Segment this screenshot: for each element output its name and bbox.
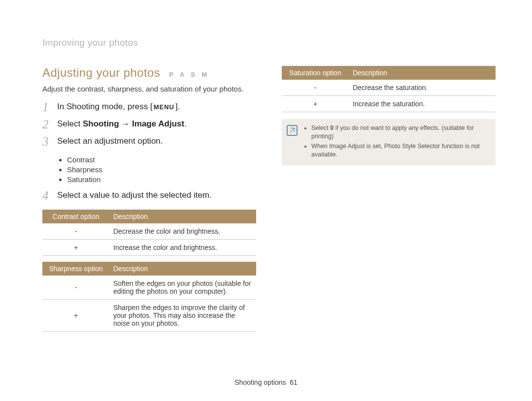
table-header-description: Description [349, 66, 496, 80]
sharpness-option-table: Sharpness option Description - Soften th… [42, 262, 256, 332]
mode-indicators: P A S M [169, 71, 209, 78]
page-title: Adjusting your photos [42, 66, 160, 80]
step-3: 3 Select an adjustment option. [42, 135, 256, 148]
left-column: Adjusting your photos P A S M Adjust the… [42, 66, 256, 338]
step-text: Select a value to adjust the selected it… [57, 189, 212, 200]
right-column: Saturation option Description - Decrease… [282, 66, 496, 338]
description-cell: Soften the edges on your photos (suitabl… [109, 276, 256, 300]
table-row: + Increase the color and brightness. [42, 240, 256, 256]
steps-list-continued: 4 Select a value to adjust the selected … [42, 189, 256, 202]
page-footer: Shooting options 61 [0, 378, 532, 386]
bullet-sharpness: Sharpness [67, 165, 256, 174]
step-text: Select an adjustment option. [57, 135, 163, 146]
intro-text: Adjust the contrast, sharpness, and satu… [42, 85, 256, 93]
table-header-description: Description [109, 210, 256, 223]
table-row: - Decrease the color and brightness. [42, 223, 256, 240]
note-item: Select 0 if you do not want to apply any… [311, 124, 489, 141]
table-header-description: Description [109, 262, 256, 276]
step-2: 2 Select Shooting → Image Adjust. [42, 118, 256, 130]
step-number: 4 [42, 189, 57, 202]
step-text-post: ]. [175, 102, 180, 111]
step-text: In Shooting mode, press [MENU]. [57, 101, 180, 112]
step-1: 1 In Shooting mode, press [MENU]. [42, 101, 256, 113]
saturation-option-table: Saturation option Description - Decrease… [282, 66, 496, 112]
note-icon [287, 125, 298, 136]
option-cell: - [282, 80, 349, 96]
option-cell: - [42, 276, 109, 300]
table-row: - Decrease the saturation. [282, 80, 496, 96]
table-header-option: Contrast option [42, 210, 109, 223]
bullet-saturation: Saturation [67, 175, 256, 184]
menu-badge: MENU [153, 103, 175, 111]
table-row: + Increase the saturation. [282, 96, 496, 112]
step-3-bullets: Contrast Sharpness Saturation [42, 155, 256, 184]
step-text: Select Shooting → Image Adjust. [57, 118, 187, 129]
breadcrumb: Improving your photos [42, 37, 496, 48]
title-row: Adjusting your photos P A S M [42, 66, 256, 80]
bullet-contrast: Contrast [67, 155, 256, 164]
step-number: 2 [42, 118, 57, 130]
description-cell: Increase the saturation. [349, 96, 496, 112]
step-number: 1 [42, 101, 57, 113]
contrast-option-table: Contrast option Description - Decrease t… [42, 210, 256, 256]
note-item: When Image Adjust is set, Photo Style Se… [311, 142, 489, 159]
manual-page: Improving your photos Adjusting your pho… [0, 0, 532, 401]
content-columns: Adjusting your photos P A S M Adjust the… [42, 66, 496, 338]
step-text-strong: Shooting → Image Adjust [83, 119, 184, 128]
table-header-option: Sharpness option [42, 262, 109, 276]
option-cell: + [42, 300, 109, 332]
option-cell: - [42, 223, 109, 240]
step-number: 3 [42, 135, 57, 148]
note-box: Select 0 if you do not want to apply any… [282, 119, 496, 165]
note-body: Select 0 if you do not want to apply any… [302, 124, 489, 160]
option-cell: + [42, 240, 109, 256]
step-4: 4 Select a value to adjust the selected … [42, 189, 256, 202]
description-cell: Decrease the color and brightness. [109, 223, 256, 240]
table-row: + Sharpen the edges to improve the clari… [42, 300, 256, 332]
note-text-post: if you do not want to apply any effects.… [311, 124, 474, 140]
steps-list: 1 In Shooting mode, press [MENU]. 2 Sele… [42, 101, 256, 148]
description-cell: Decrease the saturation. [349, 80, 496, 96]
description-cell: Sharpen the edges to improve the clarity… [109, 300, 256, 332]
table-header-option: Saturation option [282, 66, 349, 80]
table-row: - Soften the edges on your photos (suita… [42, 276, 256, 300]
step-text-pre: In Shooting mode, press [ [57, 102, 153, 111]
option-cell: + [282, 96, 349, 112]
step-text-post: . [184, 119, 187, 128]
description-cell: Increase the color and brightness. [109, 240, 256, 256]
note-text-pre: Select [311, 124, 330, 131]
step-text-pre: Select [57, 119, 83, 128]
page-number: 61 [290, 378, 298, 386]
footer-section: Shooting options [234, 378, 286, 386]
